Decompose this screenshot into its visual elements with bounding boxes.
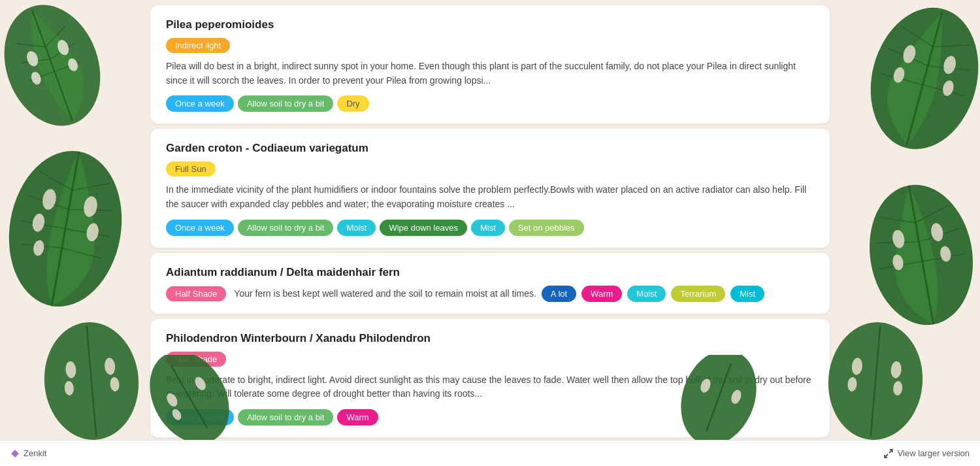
brand-label: Zenkit	[24, 448, 46, 458]
light-badge-philodendron: Half Shade	[166, 352, 226, 367]
plant-tags-pilea: Once a week Allow soil to dry a bit Dry	[166, 95, 814, 112]
tag-once-week-4[interactable]: Once a week	[166, 409, 234, 425]
plant-desc-adiantum: Your fern is best kept well watered and …	[234, 288, 536, 299]
zenkit-logo-icon	[10, 449, 20, 458]
plant-card-adiantum: Adiantum raddianum / Delta maidenhair fe…	[150, 253, 830, 314]
light-badge-pilea: Indirect light	[166, 38, 230, 53]
tag-warm-3[interactable]: Warm	[581, 286, 622, 302]
tag-terrarium-3[interactable]: Terrarium	[671, 286, 725, 302]
plant-tags-philodendron: Once a week Allow soil to dry a bit Warm	[166, 409, 814, 425]
tag-dry-1[interactable]: Dry	[337, 95, 368, 112]
plant-desc-pilea: Pilea will do best in a bright, indirect…	[166, 59, 814, 88]
tag-allow-dry-2[interactable]: Allow soil to dry a bit	[238, 220, 334, 236]
tag-moist-2[interactable]: Moist	[337, 220, 376, 236]
plant-title-croton: Garden croton - Codiaeum variegatum	[166, 142, 814, 155]
tag-warm-4[interactable]: Warm	[337, 409, 378, 425]
tag-wipe-2[interactable]: Wipe down leaves	[380, 220, 467, 236]
view-larger-label[interactable]: View larger version	[898, 448, 970, 458]
plant-desc-croton: In the immediate vicinity of the plant h…	[166, 183, 814, 211]
view-larger-area[interactable]: View larger version	[883, 448, 970, 459]
tag-mist-2[interactable]: Mist	[471, 220, 505, 236]
plant-card-pilea: Pilea peperomioides Indirect light Pilea…	[150, 5, 830, 124]
brand-area: Zenkit	[10, 448, 46, 458]
svg-marker-72	[11, 450, 19, 458]
plant-title-pilea: Pilea peperomioides	[166, 18, 814, 31]
plant-desc-philodendron: Best in moderate to bright, indirect lig…	[166, 373, 814, 401]
expand-icon	[883, 448, 894, 459]
tag-alot-3[interactable]: A lot	[542, 286, 576, 302]
plant-tags-croton: Once a week Allow soil to dry a bit Mois…	[166, 220, 814, 236]
tag-allow-dry-4[interactable]: Allow soil to dry a bit	[238, 409, 334, 425]
light-badge-croton: Full Sun	[166, 161, 216, 176]
tag-mist-3[interactable]: Mist	[730, 286, 764, 302]
plant-title-philodendron: Philodendron Winterbourn / Xanadu Philod…	[166, 332, 814, 345]
bottom-bar: Zenkit View larger version	[0, 440, 980, 466]
light-badge-adiantum: Half Shade	[166, 286, 226, 301]
tag-pebbles-2[interactable]: Set on pebbles	[509, 220, 584, 236]
tag-moist-3[interactable]: Moist	[627, 286, 666, 302]
plant-title-adiantum: Adiantum raddianum / Delta maidenhair fe…	[166, 266, 814, 279]
tag-once-week-1[interactable]: Once a week	[166, 95, 234, 112]
plant-card-philodendron: Philodendron Winterbourn / Xanadu Philod…	[150, 319, 830, 437]
tag-once-week-2[interactable]: Once a week	[166, 220, 234, 236]
plant-card-croton: Garden croton - Codiaeum variegatum Full…	[150, 129, 830, 247]
tag-allow-dry-1[interactable]: Allow soil to dry a bit	[238, 95, 334, 112]
